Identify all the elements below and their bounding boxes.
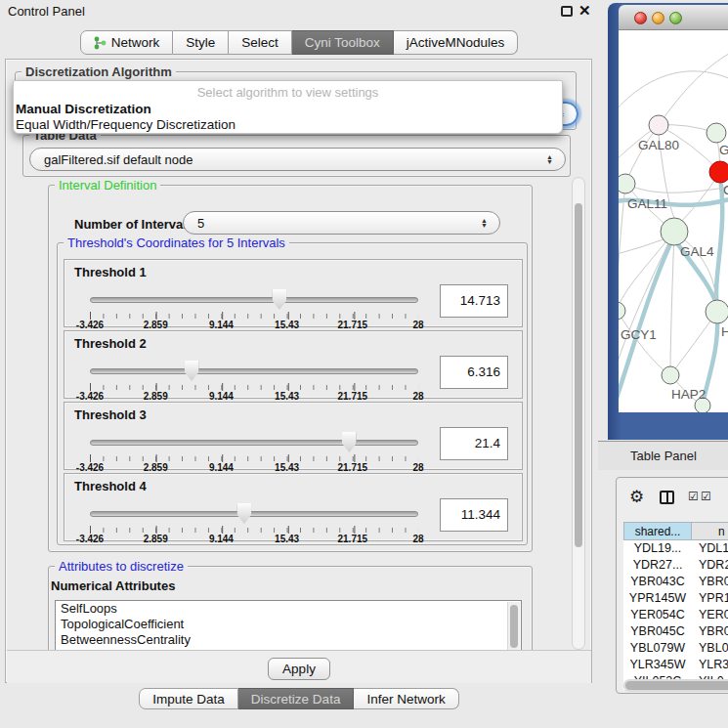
table-row[interactable]: YER054CYER0 (623, 607, 728, 623)
attribute-list-item[interactable]: SelfLoops (56, 601, 521, 617)
table-cell[interactable]: YER054C (623, 607, 692, 623)
minimize-window-icon[interactable] (652, 12, 664, 24)
threshold-value-field[interactable]: 14.713 (440, 284, 508, 318)
group-title: Threshold's Coordinates for 5 Intervals (64, 236, 289, 250)
attribute-list-item[interactable]: TopologicalCoefficient (56, 617, 521, 632)
close-panel-icon[interactable]: ✕ (578, 2, 591, 20)
settings-scrollbar[interactable] (572, 177, 585, 650)
network-node[interactable] (706, 300, 728, 323)
scrollbar-thumb[interactable] (575, 203, 582, 547)
threshold-slider[interactable]: -3.4262.8599.14415.4321.71528 (90, 474, 418, 542)
tab-label: Cyni Toolbox (305, 31, 380, 55)
network-node[interactable] (707, 123, 726, 143)
network-edge[interactable] (670, 232, 674, 375)
tick-label: 21.715 (338, 462, 368, 473)
threshold-slider[interactable]: -3.4262.8599.14415.4321.71528 (90, 260, 418, 328)
table-cell[interactable]: YLR3 (692, 657, 728, 673)
network-edge[interactable] (619, 71, 728, 118)
table-row[interactable]: YDR27...YDR2 (623, 557, 728, 574)
threshold-value-field[interactable]: 21.4 (440, 427, 508, 460)
table-row[interactable]: YBL079WYBL0 (623, 640, 728, 657)
table-row[interactable]: YLR345WYLR3 (623, 657, 728, 673)
network-node[interactable] (619, 174, 635, 193)
popup-item-equal-width-frequency[interactable]: Equal Width/Frequency Discretization (16, 117, 236, 132)
network-node[interactable] (619, 302, 625, 320)
threshold-value-field[interactable]: 11.344 (440, 498, 508, 532)
table-cell[interactable]: YDR27... (623, 557, 692, 574)
tick-label: 28 (412, 320, 423, 330)
tab-style[interactable]: Style (173, 30, 229, 55)
scrollbar-thumb[interactable] (510, 605, 518, 648)
network-window-titlebar[interactable] (619, 5, 728, 30)
table-cell[interactable]: YBL079W (623, 640, 692, 657)
table-cell[interactable]: YBR043C (623, 574, 692, 590)
slider-track[interactable] (90, 440, 418, 446)
threshold-slider[interactable]: -3.4262.8599.14415.4321.71528 (90, 403, 418, 471)
network-edge-thick[interactable] (716, 177, 722, 308)
network-edge[interactable] (619, 232, 674, 311)
column-header-name[interactable]: n (692, 522, 728, 540)
network-edge[interactable] (625, 184, 728, 193)
tab-impute-data[interactable]: Impute Data (139, 688, 238, 709)
slider-thumb[interactable] (272, 289, 286, 310)
table-cell[interactable]: YBR045C (623, 623, 692, 640)
slider-track[interactable] (90, 511, 418, 517)
apply-button[interactable]: Apply (268, 658, 330, 680)
network-node[interactable] (709, 161, 728, 183)
network-graph[interactable]: GAL80GACGAL11GAL4GCY1HHAP2 (619, 30, 728, 412)
tick-label: 28 (412, 391, 423, 402)
list-scrollbar[interactable] (507, 602, 520, 650)
table-cell[interactable]: YPR1 (692, 590, 728, 607)
table-cell[interactable]: YBL0 (692, 640, 728, 657)
slider-track[interactable] (90, 297, 418, 303)
number-of-intervals-spinner[interactable]: 5 ▲▼ (183, 211, 500, 235)
tab-cyni-toolbox[interactable]: Cyni Toolbox (292, 30, 394, 55)
numerical-attributes-list[interactable]: SelfLoopsTopologicalCoefficientBetweenne… (55, 600, 522, 650)
checkbox-icon[interactable]: ☑ (688, 490, 699, 503)
tab-jactivemnodules[interactable]: jActiveMNodules (394, 30, 519, 55)
slider-thumb[interactable] (185, 361, 199, 381)
attribute-list-item[interactable]: BetweennessCentrality (56, 632, 521, 648)
checkbox-icon[interactable]: ☑ (701, 490, 711, 503)
table-cell[interactable]: YDR2 (692, 557, 728, 574)
slider-thumb[interactable] (342, 432, 357, 452)
table-row[interactable]: YBR045CYBR0 (623, 623, 728, 640)
threshold-value-field[interactable]: 6.316 (440, 356, 508, 389)
threshold-slider[interactable]: -3.4262.8599.14415.4321.71528 (90, 331, 418, 400)
tab-select[interactable]: Select (229, 30, 292, 55)
table-cell[interactable]: YBR0 (692, 574, 728, 590)
table-cell[interactable]: YER0 (692, 607, 728, 623)
close-window-icon[interactable] (634, 12, 647, 24)
network-canvas[interactable]: GAL80GACGAL11GAL4GCY1HHAP2 (619, 30, 728, 412)
gear-icon[interactable]: ⚙ (629, 487, 644, 507)
tab-label: Discretize Data (251, 689, 341, 709)
slider-thumb[interactable] (236, 503, 251, 524)
float-panel-icon[interactable] (561, 6, 573, 17)
network-edge[interactable] (659, 50, 728, 125)
network-node[interactable] (649, 115, 668, 135)
table-data-combobox[interactable]: galFiltered.sif default node ▲▼ (29, 148, 566, 171)
columns-icon[interactable] (660, 491, 674, 504)
column-header-shared[interactable]: shared... (623, 522, 692, 540)
popup-item-manual-discretization[interactable]: Manual Discretization (16, 102, 151, 116)
table-horizontal-scrollbar[interactable] (623, 679, 728, 692)
tab-label: Style (186, 31, 215, 55)
threshold-row: Threshold 1 -3.4262.8599.14415.4321.7152… (64, 259, 523, 327)
tab-discretize-data[interactable]: Discretize Data (238, 688, 355, 709)
zoom-window-icon[interactable] (669, 12, 682, 24)
tab-network[interactable]: Network (80, 30, 174, 55)
table-cell[interactable]: YPR145W (623, 590, 692, 607)
interval-definition-group: Interval Definition Number of Intervals … (48, 185, 533, 552)
network-node[interactable] (662, 366, 679, 384)
table-row[interactable]: YDL19...YDL1 (623, 540, 728, 557)
network-node[interactable] (661, 218, 688, 245)
tab-infer-network[interactable]: Infer Network (354, 688, 458, 709)
slider-track[interactable] (90, 368, 418, 374)
scrollbar-thumb[interactable] (625, 681, 728, 690)
table-cell[interactable]: YBR0 (692, 623, 728, 640)
table-cell[interactable]: YDL1 (692, 540, 728, 557)
table-cell[interactable]: YDL19... (623, 540, 692, 557)
table-row[interactable]: YPR145WYPR1 (623, 590, 728, 607)
table-row[interactable]: YBR043CYBR0 (623, 574, 728, 590)
table-cell[interactable]: YLR345W (623, 657, 692, 673)
